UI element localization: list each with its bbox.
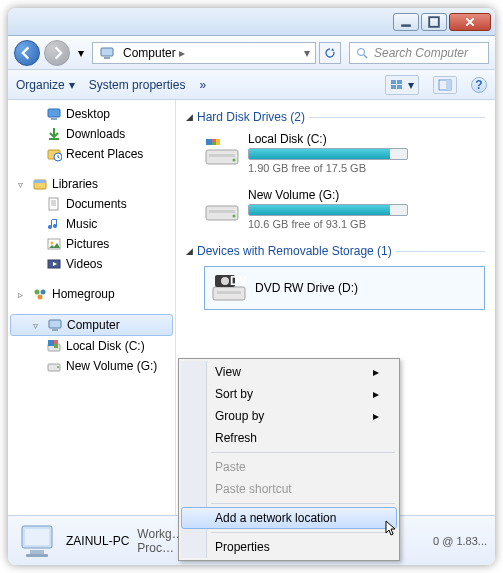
toolbar-overflow[interactable]: »	[199, 78, 206, 92]
svg-rect-9	[397, 85, 402, 89]
menu-item-properties[interactable]: Properties	[181, 536, 397, 558]
details-processor: Proc…	[137, 541, 183, 555]
svg-rect-30	[52, 329, 58, 331]
drive-item[interactable]: Local Disk (C:)1.90 GB free of 17.5 GB	[204, 132, 485, 174]
address-bar[interactable]: Computer▸ ▾	[92, 42, 316, 64]
documents-icon	[46, 196, 62, 212]
menu-item-add-a-network-location[interactable]: Add a network location	[181, 507, 397, 529]
nav-history-dropdown[interactable]: ▾	[74, 46, 88, 60]
collapse-icon: ◢	[186, 112, 193, 122]
drive-name: New Volume (G:)	[248, 188, 485, 202]
menu-item-sort-by[interactable]: Sort by▸	[181, 383, 397, 405]
drive-free-text: 10.6 GB free of 93.1 GB	[248, 218, 485, 230]
svg-rect-42	[212, 142, 216, 145]
menu-item-group-by[interactable]: Group by▸	[181, 405, 397, 427]
preview-pane-button[interactable]	[433, 76, 457, 94]
svg-rect-11	[446, 80, 451, 90]
svg-point-24	[51, 242, 54, 245]
svg-rect-7	[397, 80, 402, 84]
sidebar-item-label: Homegroup	[52, 287, 115, 301]
homegroup-icon	[32, 286, 48, 302]
minimize-button[interactable]	[393, 13, 419, 31]
sidebar-item-recent-places[interactable]: Recent Places	[8, 144, 175, 164]
maximize-button[interactable]	[421, 13, 447, 31]
sidebar-item-pictures[interactable]: Pictures	[8, 234, 175, 254]
menu-item-label: Paste shortcut	[215, 482, 292, 496]
forward-button[interactable]	[44, 40, 70, 66]
svg-rect-45	[209, 210, 235, 213]
help-button[interactable]: ?	[471, 77, 487, 93]
nav-bar: ▾ Computer▸ ▾ Search Computer	[8, 36, 495, 70]
sidebar-item-new-volume-g-[interactable]: New Volume (G:)	[8, 356, 175, 376]
volume-icon	[46, 358, 62, 374]
svg-point-28	[38, 295, 43, 300]
menu-item-refresh[interactable]: Refresh	[181, 427, 397, 449]
chevron-right-icon: ▸	[176, 46, 188, 60]
back-button[interactable]	[14, 40, 40, 66]
submenu-arrow-icon: ▸	[373, 387, 379, 401]
svg-rect-51	[217, 291, 241, 294]
svg-rect-13	[51, 118, 57, 120]
sidebar-item-libraries[interactable]: ▿Libraries	[8, 174, 175, 194]
svg-point-4	[358, 48, 365, 55]
address-dropdown-icon[interactable]: ▾	[301, 46, 313, 60]
menu-item-view[interactable]: View▸	[181, 361, 397, 383]
svg-rect-12	[48, 109, 60, 117]
svg-rect-19	[49, 198, 58, 210]
group-header-hdd[interactable]: ◢ Hard Disk Drives (2)	[186, 110, 485, 124]
hard-disk-icon	[204, 194, 240, 224]
svg-rect-2	[101, 48, 113, 56]
expand-icon[interactable]: ▹	[18, 289, 28, 300]
sidebar-item-videos[interactable]: Videos	[8, 254, 175, 274]
sidebar-item-label: Videos	[66, 257, 102, 271]
sidebar-item-music[interactable]: Music	[8, 214, 175, 234]
recent-icon	[46, 146, 62, 162]
svg-point-36	[57, 366, 59, 368]
dvd-drive-item[interactable]: DVD DVD RW Drive (D:)	[204, 266, 485, 310]
dvd-drive-label: DVD RW Drive (D:)	[255, 281, 358, 295]
breadcrumb-segment[interactable]: Computer▸	[119, 43, 192, 63]
drive-free-text: 1.90 GB free of 17.5 GB	[248, 162, 485, 174]
sidebar-item-desktop[interactable]: Desktop	[8, 104, 175, 124]
svg-rect-40	[206, 139, 212, 145]
search-input[interactable]: Search Computer	[349, 42, 489, 64]
computer-icon	[47, 317, 63, 333]
sidebar-item-computer[interactable]: ▿Computer	[10, 314, 173, 336]
svg-rect-43	[216, 139, 220, 145]
svg-rect-0	[401, 24, 411, 26]
downloads-icon	[46, 126, 62, 142]
refresh-button[interactable]	[319, 42, 341, 64]
mouse-cursor-icon	[385, 520, 401, 536]
search-icon	[354, 45, 370, 61]
details-computer-name: ZAINUL-PC	[66, 534, 129, 548]
computer-icon	[99, 45, 115, 61]
svg-rect-3	[104, 57, 110, 59]
sidebar-item-label: Computer	[67, 318, 120, 332]
hard-disk-icon	[204, 138, 240, 168]
drive-item[interactable]: New Volume (G:)10.6 GB free of 93.1 GB	[204, 188, 485, 230]
svg-point-46	[233, 215, 236, 218]
sidebar-item-downloads[interactable]: Downloads	[8, 124, 175, 144]
navigation-pane: DesktopDownloadsRecent Places▿LibrariesD…	[8, 100, 176, 515]
collapse-icon: ◢	[186, 246, 193, 256]
sidebar-item-local-disk-c-[interactable]: Local Disk (C:)	[8, 336, 175, 356]
sidebar-item-label: Music	[66, 217, 97, 231]
expand-icon[interactable]: ▿	[18, 179, 28, 190]
organize-menu[interactable]: Organize ▾	[16, 78, 75, 92]
menu-item-label: Refresh	[215, 431, 257, 445]
drive-name: Local Disk (C:)	[248, 132, 485, 146]
menu-item-label: Group by	[215, 409, 264, 423]
svg-rect-32	[48, 340, 54, 346]
system-properties-button[interactable]: System properties	[89, 78, 186, 92]
computer-large-icon	[16, 520, 58, 562]
music-icon	[46, 216, 62, 232]
localdisk-icon	[46, 338, 62, 354]
view-options-button[interactable]: ▾	[385, 75, 419, 95]
group-header-removable[interactable]: ◢ Devices with Removable Storage (1)	[186, 244, 485, 258]
pictures-icon	[46, 236, 62, 252]
close-button[interactable]	[449, 13, 491, 31]
expand-icon[interactable]: ▿	[33, 320, 43, 331]
dvd-drive-icon: DVD	[211, 273, 247, 303]
sidebar-item-homegroup[interactable]: ▹Homegroup	[8, 284, 175, 304]
sidebar-item-documents[interactable]: Documents	[8, 194, 175, 214]
